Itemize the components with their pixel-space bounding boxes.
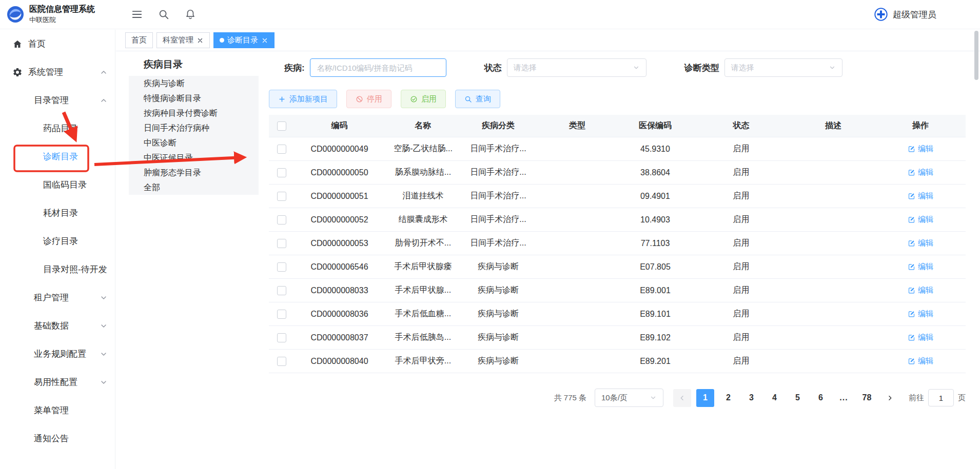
notification-button[interactable] [185,9,196,20]
tab-diagnosis-catalog[interactable]: 诊断目录 [213,32,275,48]
edit-button[interactable]: 编辑 [908,262,933,272]
collapse-menu-button[interactable] [131,9,143,20]
edit-icon [908,334,915,341]
page-button[interactable]: 1 [696,389,714,407]
catalog-item[interactable]: 中医诊断 [129,135,259,150]
header-search-button[interactable] [158,9,169,20]
disease-search-input[interactable] [310,58,446,77]
row-checkbox[interactable] [277,357,286,366]
edit-button[interactable]: 编辑 [908,191,933,201]
sidebar-item-treatment-catalog[interactable]: 诊疗目录 [0,227,115,255]
cell-insurance: E89.001 [619,286,691,295]
cell-code: CD0000008040 [294,357,385,366]
page-button[interactable]: 3 [742,389,760,407]
sidebar-item-catalog-mgmt[interactable]: 目录管理 [0,86,115,114]
goto-page-input[interactable] [928,389,954,406]
edit-button[interactable]: 编辑 [908,356,933,366]
catalog-item[interactable]: 中医证候目录 [129,150,259,165]
catalog-item[interactable]: 按病种目录付费诊断 [129,106,259,120]
sidebar-item-business-rules[interactable]: 业务规则配置 [0,340,115,368]
more-pages-button[interactable]: ... [835,389,853,407]
vertical-scrollbar[interactable] [974,31,978,80]
edit-button[interactable]: 编辑 [908,215,933,225]
sidebar-item-diagnosis-catalog[interactable]: 诊断目录 [0,142,115,171]
sidebar-item-usability-config[interactable]: 易用性配置 [0,368,115,396]
table-row: CD0000000052 结膜囊成形术 日间手术治疗... 10.4903 启用… [269,208,966,232]
catalog-item[interactable]: 特慢病诊断目录 [129,91,259,106]
cell-code: CD0000000053 [294,239,385,248]
disable-button[interactable]: 停用 [346,90,391,108]
status-select[interactable]: 请选择 [507,58,646,77]
table-toolbar: 添加新项目 停用 启用 查询 [269,90,966,108]
tab-label: 诊断目录 [227,35,258,45]
sidebar-item-label: 耗材目录 [43,207,78,219]
sidebar-item-menu-mgmt[interactable]: 菜单管理 [0,396,115,424]
add-item-button[interactable]: 添加新项目 [269,90,337,108]
pagination: 共 775 条 10条/页 1 2 3 4 5 6 ... 78 前往 页 [269,389,966,407]
select-all-checkbox[interactable] [277,121,286,131]
row-checkbox[interactable] [277,286,286,295]
sidebar-item-notice[interactable]: 通知公告 [0,424,115,453]
sidebar-item-national-code-catalog[interactable]: 国临码目录 [0,171,115,199]
search-icon [158,9,169,20]
row-checkbox[interactable] [277,145,286,154]
cell-code: CD0000006546 [294,262,385,272]
page-button[interactable]: 5 [789,389,807,407]
page-button[interactable]: 4 [766,389,783,407]
catalog-item[interactable]: 疾病与诊断 [129,76,259,91]
cell-name: 手术后低胰岛... [385,332,461,343]
edit-button[interactable]: 编辑 [908,144,933,154]
sidebar-item-label: 药品目录 [43,123,78,134]
table-row: CD0000000051 泪道挂线术 日间手术治疗... 09.4901 启用 … [269,185,966,208]
catalog-item[interactable]: 肿瘤形态学目录 [129,165,259,180]
tab-label: 首页 [131,35,147,45]
next-page-button[interactable] [881,389,899,407]
cell-name: 手术后甲状腺... [385,285,461,296]
edit-icon [908,263,915,271]
sidebar-item-label: 诊断目录 [43,151,78,162]
cell-name: 空肠-乙状结肠... [385,144,461,154]
user-menu[interactable]: 超级管理员 [874,7,936,22]
catalog-item[interactable]: 全部 [129,180,259,195]
page-button[interactable]: 2 [719,389,737,407]
prev-page-button[interactable] [673,389,691,407]
row-checkbox[interactable] [277,333,286,342]
edit-button[interactable]: 编辑 [908,333,933,342]
tab-department-mgmt[interactable]: 科室管理 [156,32,210,48]
sidebar-item-home[interactable]: 首页 [0,30,115,58]
sidebar-item-tenant-mgmt[interactable]: 租户管理 [0,283,115,312]
goto-label: 前往 [909,393,924,403]
status-select-value: 请选择 [514,63,537,73]
page-size-select[interactable]: 10条/页 [595,389,663,407]
row-checkbox[interactable] [277,262,286,272]
enable-button[interactable]: 启用 [401,90,446,108]
row-checkbox[interactable] [277,239,286,248]
chevron-down-icon [100,378,108,386]
catalog-list: 疾病与诊断 特慢病诊断目录 按病种目录付费诊断 日间手术治疗病种 中医诊断 中医… [129,76,259,195]
sidebar-item-consumables-catalog[interactable]: 耗材目录 [0,199,115,227]
catalog-item[interactable]: 日间手术治疗病种 [129,120,259,135]
sidebar-item-drug-catalog[interactable]: 药品目录 [0,114,115,142]
sidebar-item-system-mgmt[interactable]: 系统管理 [0,58,115,86]
sidebar-item-base-data[interactable]: 基础数据 [0,312,115,340]
edit-button[interactable]: 编辑 [908,286,933,295]
close-tab-icon[interactable] [197,37,204,44]
sidebar-item-catalog-mapping[interactable]: 目录对照-待开发 [0,255,115,283]
close-tab-icon[interactable] [261,37,268,44]
edit-button[interactable]: 编辑 [908,238,933,248]
page-button[interactable]: 78 [858,389,876,407]
row-checkbox[interactable] [277,192,286,201]
disease-filter-label: 疾病: [284,62,305,74]
query-button[interactable]: 查询 [455,90,500,108]
row-checkbox[interactable] [277,310,286,319]
edit-button[interactable]: 编辑 [908,168,933,177]
row-checkbox[interactable] [277,168,286,177]
edit-icon [908,216,915,223]
edit-button[interactable]: 编辑 [908,309,933,319]
row-checkbox[interactable] [277,215,286,225]
page-button[interactable]: 6 [812,389,830,407]
tab-home[interactable]: 首页 [125,32,153,48]
diagnosis-type-select[interactable]: 请选择 [724,58,842,77]
gear-icon [12,67,23,77]
avatar-medical-cross-icon [874,7,888,22]
